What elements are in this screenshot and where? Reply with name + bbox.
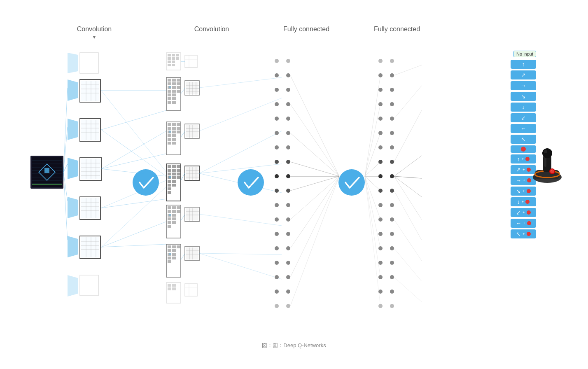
svg-line-58 [101, 199, 166, 208]
svg-point-303 [390, 203, 394, 207]
conv1-filter-1 [68, 79, 78, 101]
svg-line-264 [290, 176, 339, 306]
svg-rect-110 [168, 134, 171, 137]
btn-up[interactable]: ↑ [511, 60, 536, 69]
svg-point-221 [275, 88, 279, 92]
svg-line-266 [365, 104, 380, 176]
svg-point-291 [378, 290, 383, 294]
activation-3 [338, 169, 365, 196]
svg-line-315 [394, 176, 422, 178]
svg-rect-112 [168, 142, 171, 145]
svg-line-312 [394, 86, 422, 119]
btn-down-left[interactable]: ↙ [511, 113, 536, 122]
activation-2 [238, 169, 264, 196]
svg-point-298 [390, 131, 394, 135]
svg-rect-209 [185, 284, 197, 296]
svg-rect-64 [168, 61, 171, 63]
svg-rect-68 [172, 61, 175, 63]
svg-point-292 [378, 304, 383, 308]
svg-point-227 [275, 174, 279, 178]
svg-line-265 [365, 75, 380, 176]
btn-down[interactable]: ↓ [511, 103, 536, 112]
svg-rect-207 [172, 284, 176, 287]
svg-point-254 [286, 304, 290, 308]
svg-line-162 [181, 173, 185, 180]
btn-left[interactable]: ← [511, 124, 536, 133]
label-convolution1: Convolution [77, 26, 112, 33]
svg-point-239 [286, 88, 290, 92]
btn-downleft-fire[interactable]: ↙+ [511, 208, 536, 217]
svg-point-249 [286, 232, 290, 236]
svg-point-295 [390, 88, 394, 92]
svg-rect-83 [168, 97, 171, 100]
svg-line-257 [290, 133, 339, 176]
btn-right[interactable]: → [511, 81, 536, 90]
svg-rect-115 [172, 131, 176, 133]
svg-rect-67 [172, 57, 175, 60]
btn-up-right[interactable]: ↗ [511, 70, 536, 79]
svg-point-275 [378, 59, 383, 63]
svg-line-262 [290, 176, 339, 248]
svg-point-283 [378, 174, 383, 178]
svg-line-203 [181, 254, 185, 260]
svg-rect-91 [172, 101, 176, 104]
svg-line-219 [199, 253, 282, 279]
svg-line-320 [394, 248, 422, 281]
svg-rect-143 [172, 180, 176, 183]
svg-rect-13 [81, 81, 99, 101]
svg-rect-108 [168, 127, 171, 130]
btn-downright-fire[interactable]: ↘+ [511, 187, 536, 196]
svg-line-218 [199, 253, 282, 255]
network-diagram: Convolution ▼ Convolution Fully connecte… [26, 16, 562, 353]
svg-rect-170 [172, 206, 176, 209]
svg-rect-90 [172, 97, 176, 100]
svg-point-302 [390, 189, 394, 193]
svg-rect-147 [177, 173, 180, 175]
btn-upleft-fire[interactable]: ↖+ [511, 229, 536, 238]
svg-rect-140 [172, 169, 176, 172]
svg-rect-95 [177, 90, 180, 93]
btn-down-fire[interactable]: ↓+ [511, 197, 536, 206]
svg-rect-120 [177, 127, 180, 130]
svg-line-273 [365, 176, 380, 277]
btn-down-right[interactable]: ↘ [511, 92, 536, 101]
svg-point-301 [390, 174, 394, 178]
svg-point-243 [286, 145, 290, 149]
svg-rect-46 [81, 237, 99, 257]
btn-left-fire[interactable]: ←+ [511, 219, 536, 228]
svg-rect-145 [177, 165, 180, 168]
svg-rect-79 [168, 82, 171, 85]
svg-line-212 [199, 77, 282, 88]
svg-rect-177 [169, 214, 171, 216]
svg-rect-206 [168, 287, 171, 290]
svg-point-226 [275, 160, 279, 164]
svg-rect-192 [172, 249, 176, 252]
svg-point-229 [275, 203, 279, 207]
svg-line-255 [290, 75, 339, 176]
svg-rect-78 [168, 79, 171, 82]
svg-point-231 [275, 232, 279, 236]
fc1-node [275, 59, 279, 63]
svg-point-233 [275, 261, 279, 265]
btn-up-left[interactable]: ↖ [511, 135, 536, 144]
svg-line-161 [101, 187, 166, 247]
svg-rect-167 [168, 217, 171, 220]
svg-rect-71 [176, 57, 179, 60]
svg-point-294 [390, 73, 394, 77]
svg-line-45 [63, 172, 68, 240]
svg-rect-146 [177, 169, 180, 172]
svg-rect-198 [186, 248, 198, 259]
svg-rect-94 [177, 86, 180, 89]
svg-line-261 [290, 176, 339, 220]
svg-point-250 [286, 246, 290, 250]
svg-point-230 [275, 217, 279, 222]
joystick-illustration [529, 147, 566, 184]
svg-point-242 [286, 131, 290, 135]
svg-rect-176 [177, 210, 180, 213]
svg-line-271 [365, 176, 380, 220]
svg-line-12 [63, 88, 68, 172]
svg-text:▼: ▼ [92, 34, 97, 40]
svg-rect-195 [177, 245, 180, 248]
svg-point-306 [390, 246, 394, 250]
svg-rect-190 [168, 260, 171, 263]
